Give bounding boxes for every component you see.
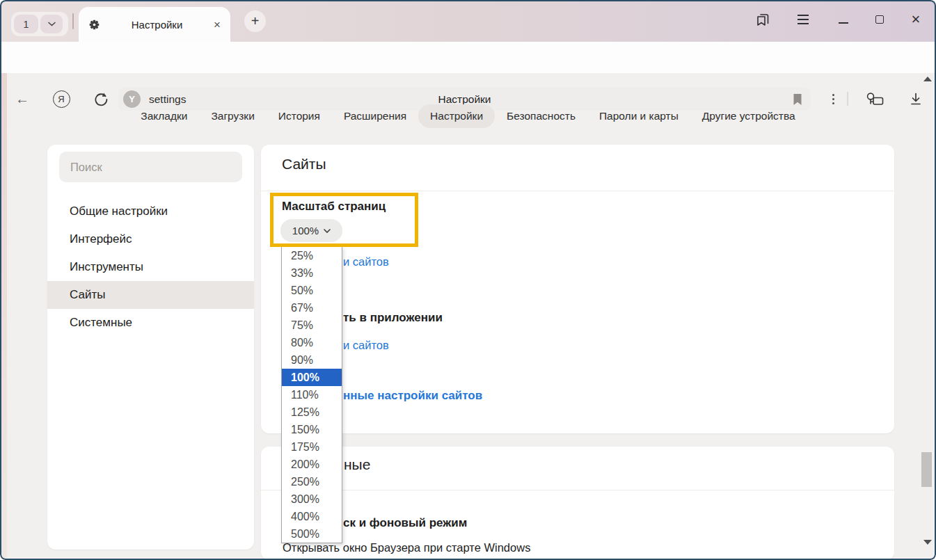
nav-tab-history[interactable]: История [267, 104, 332, 128]
tab-list-button[interactable] [40, 15, 63, 33]
sidebar-item-interface[interactable]: Интерфейс [47, 225, 254, 253]
zoom-option[interactable]: 50% [282, 282, 342, 299]
page-zoom-label: Масштаб страниц [282, 200, 386, 214]
window-edge-strip [0, 73, 7, 560]
panels-icon [755, 12, 770, 27]
search-input[interactable] [59, 152, 242, 182]
zoom-option[interactable]: 250% [282, 473, 342, 490]
new-tab-button[interactable]: + [244, 10, 266, 32]
zoom-option[interactable]: 150% [282, 421, 342, 438]
chevron-down-icon [48, 22, 56, 26]
nav-tab-bookmarks[interactable]: Закладки [129, 104, 199, 128]
scrollbar-down-icon[interactable] [923, 540, 932, 545]
tab-group-pill: 1 [11, 12, 68, 36]
sidebar-item-tools[interactable]: Инструменты [47, 253, 254, 281]
zoom-dropdown-value: 100% [292, 225, 319, 237]
site-settings-link2-clipped[interactable]: и сайтов [343, 339, 389, 352]
settings-sidebar: Общие настройки Интерфейс Инструменты Са… [47, 145, 254, 550]
zoom-option[interactable]: 125% [282, 403, 342, 421]
side-panels-button[interactable] [752, 9, 774, 30]
system-section-panel: ные ск и фоновый режим Открывать окно Бр… [261, 447, 894, 560]
zoom-option[interactable]: 400% [282, 508, 342, 525]
tab-close-icon[interactable]: × [214, 19, 221, 31]
advanced-site-settings-link-clipped[interactable]: нные настройки сайтов [343, 389, 482, 403]
section-title-sites: Сайты [282, 156, 326, 173]
close-window-button[interactable]: × [905, 9, 927, 30]
scrollbar-up-icon[interactable] [923, 77, 932, 81]
launch-heading-clipped: ск и фоновый режим [343, 516, 467, 530]
nav-tab-security[interactable]: Безопасность [495, 104, 587, 128]
minimize-button[interactable] [832, 13, 855, 33]
settings-nav-tabs: Закладки Загрузки История Расширения Нас… [0, 102, 936, 130]
gear-icon [88, 19, 100, 31]
tabbar-divider [72, 13, 74, 29]
zoom-option[interactable]: 500% [282, 525, 342, 543]
nav-tab-downloads[interactable]: Загрузки [199, 104, 266, 128]
nav-tab-passwords[interactable]: Пароли и карты [587, 104, 690, 128]
section-divider [261, 490, 894, 490]
sidebar-item-general[interactable]: Общие настройки [47, 198, 254, 225]
zoom-option[interactable]: 80% [282, 334, 342, 351]
section-title-system-clipped: ные [344, 456, 370, 473]
zoom-option[interactable]: 175% [282, 438, 342, 456]
nav-tab-devices[interactable]: Другие устройства [690, 104, 807, 128]
open-in-app-heading-clipped: ть в приложении [343, 311, 443, 325]
browser-menu-button[interactable] [792, 9, 814, 30]
zoom-option[interactable]: 300% [282, 490, 342, 508]
sidebar-item-system[interactable]: Системные [47, 309, 254, 337]
browser-window: 1 Настройки × + [0, 0, 936, 560]
chevron-down-icon [324, 229, 331, 233]
nav-tab-extensions[interactable]: Расширения [332, 104, 418, 128]
site-settings-link-clipped[interactable]: и сайтов [343, 255, 389, 269]
active-tab[interactable]: Настройки × [79, 7, 230, 42]
maximize-button[interactable] [868, 9, 891, 30]
sidebar-item-sites[interactable]: Сайты [47, 281, 254, 309]
minimize-icon [839, 22, 848, 24]
nav-tab-settings[interactable]: Настройки [418, 104, 495, 128]
zoom-option[interactable]: 110% [282, 386, 342, 403]
zoom-option[interactable]: 200% [282, 456, 342, 473]
toolbar: ← Я Y settings Настройки [0, 42, 936, 73]
tab-bar: 1 Настройки × + [0, 0, 936, 42]
zoom-option[interactable]: 90% [282, 351, 342, 369]
sites-section-panel: Сайты Масштаб страниц 100% и сайтов ть в… [261, 145, 894, 433]
zoom-option[interactable]: 67% [282, 299, 342, 317]
tab-count-button[interactable]: 1 [14, 15, 38, 33]
scrollbar-thumb[interactable] [921, 452, 932, 487]
tab-title: Настройки [100, 19, 214, 31]
menu-icon [798, 15, 809, 24]
zoom-option[interactable]: 75% [282, 317, 342, 334]
zoom-option[interactable]: 33% [282, 264, 342, 282]
zoom-dropdown-button[interactable]: 100% [280, 219, 342, 242]
zoom-option[interactable]: 25% [282, 247, 342, 264]
section-divider [261, 191, 894, 191]
zoom-option-selected[interactable]: 100% [282, 369, 342, 386]
maximize-icon [875, 15, 884, 24]
zoom-dropdown-menu: 25% 33% 50% 67% 75% 80% 90% 100% 110% 12… [281, 246, 342, 543]
